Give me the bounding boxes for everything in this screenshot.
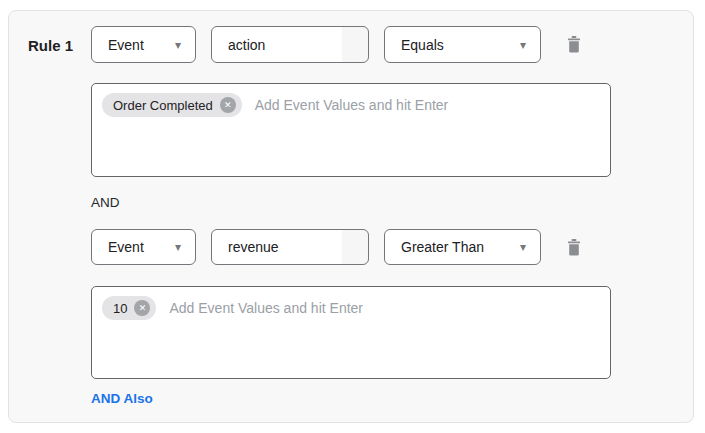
trash-icon <box>567 239 581 256</box>
field-type-select-1[interactable]: Event ▾ <box>91 26 196 63</box>
trash-icon <box>567 36 581 53</box>
values-box-1[interactable]: Order Completed ✕ Add Event Values and h… <box>91 83 611 177</box>
rule-card: Rule 1 Event ▾ Equals ▾ <box>8 10 694 423</box>
delete-condition-button-1[interactable] <box>566 36 582 54</box>
value-chip: Order Completed ✕ <box>102 93 242 117</box>
condition-row-1: Event ▾ Equals ▾ <box>91 26 611 63</box>
chip-remove-button[interactable]: ✕ <box>220 97 236 113</box>
values-placeholder-1: Add Event Values and hit Enter <box>255 97 449 113</box>
field-type-value-1: Event <box>108 37 144 53</box>
and-separator-label: AND <box>91 195 611 210</box>
values-box-2[interactable]: 10 ✕ Add Event Values and hit Enter <box>91 286 611 379</box>
value-chip-label: 10 <box>113 301 127 316</box>
chevron-down-icon: ▾ <box>175 241 181 253</box>
rule-body: Event ▾ Equals ▾ Order Completed <box>91 11 611 406</box>
field-type-select-2[interactable]: Event ▾ <box>91 229 196 265</box>
close-icon: ✕ <box>139 300 147 316</box>
values-placeholder-2: Add Event Values and hit Enter <box>169 300 363 316</box>
operator-value-1: Equals <box>401 37 444 53</box>
and-also-link[interactable]: AND Also <box>91 391 153 406</box>
operator-select-1[interactable]: Equals ▾ <box>384 26 541 63</box>
delete-condition-button-2[interactable] <box>566 238 582 256</box>
chevron-down-icon: ▾ <box>520 39 526 51</box>
operator-select-2[interactable]: Greater Than ▾ <box>384 229 541 265</box>
chip-remove-button[interactable]: ✕ <box>134 300 150 316</box>
operator-value-2: Greater Than <box>401 239 484 255</box>
property-input-1[interactable] <box>211 26 369 63</box>
value-chip-label: Order Completed <box>113 98 213 113</box>
chevron-down-icon: ▾ <box>520 241 526 253</box>
close-icon: ✕ <box>224 97 232 113</box>
chevron-down-icon: ▾ <box>175 39 181 51</box>
value-chip: 10 ✕ <box>102 296 156 320</box>
rule-title: Rule 1 <box>9 11 91 54</box>
field-type-value-2: Event <box>108 239 144 255</box>
property-input-2[interactable] <box>211 229 369 265</box>
condition-row-2: Event ▾ Greater Than ▾ <box>91 229 611 265</box>
